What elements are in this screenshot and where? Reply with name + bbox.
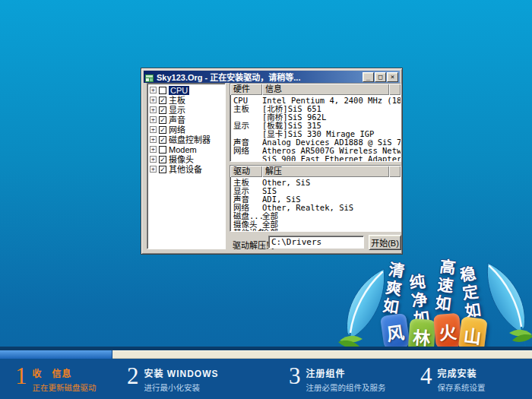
step-1: 1收 信息正在更新磁盘驱动	[15, 363, 97, 393]
step-3: 3注册组件注册必需的组件及服务	[289, 363, 386, 393]
driver-col-header[interactable]: 驱动	[230, 166, 262, 177]
step-subtitle: 正在更新磁盘驱动	[33, 382, 97, 393]
expand-icon[interactable]: +	[150, 136, 157, 143]
expand-icon[interactable]: +	[150, 126, 157, 133]
flag-火: 火	[433, 313, 462, 350]
step-number: 4	[420, 363, 432, 393]
driver-row: 声音ADI, SiS	[230, 195, 401, 204]
driver-value: SIS	[262, 187, 401, 195]
checkbox[interactable]	[159, 87, 166, 94]
checkbox[interactable]: ✓	[159, 156, 166, 163]
step-number: 1	[15, 363, 27, 393]
hardware-value: [板载]SiS 315	[262, 122, 401, 130]
tree-item[interactable]: +✓主板	[147, 95, 225, 105]
tree-item[interactable]: +CPU	[147, 85, 225, 95]
slogan-text: 稳定如	[454, 264, 484, 321]
tree-item-label: 摄像头	[169, 155, 194, 164]
expand-icon[interactable]: +	[150, 166, 157, 173]
driver-value: ADI, SiS	[262, 195, 401, 204]
tree-item[interactable]: +✓磁盘控制器	[147, 135, 225, 144]
dialog-titlebar[interactable]: Sky123.Org - 正在安装驱动，请稍等... _ □ ×	[144, 71, 400, 83]
hardware-row: [显卡]SiS 330 Mirage IGP	[230, 130, 401, 138]
step-number: 2	[127, 363, 139, 393]
driver-panel: 驱动 解压 主板Other, SiS显示SIS声音ADI, SiS网络Other…	[230, 165, 401, 232]
hardware-row: 声音Analog Devices AD1888 @ SiS 7012 Aud..…	[230, 138, 401, 147]
flag-风: 风	[380, 313, 410, 351]
checkbox[interactable]: ✓	[159, 106, 166, 114]
hardware-row: 显示[板载]SiS 315	[230, 122, 401, 130]
start-button[interactable]: 开始(B)	[369, 235, 401, 250]
hardware-panel: 硬件 信息 CPUIntel Pentium 4, 2400 MHz (18 x…	[230, 83, 401, 162]
hardware-rows: CPUIntel Pentium 4, 2400 MHz (18 x 133)主…	[230, 95, 401, 162]
step-subtitle: 注册必需的组件及服务	[306, 382, 386, 393]
tree-item-label: 声音	[169, 116, 185, 125]
device-tree[interactable]: +CPU+✓主板+✓显示+✓声音+✓网络+✓磁盘控制器+Modem+✓摄像头+✓…	[147, 83, 226, 249]
driver-label: 其他设备	[230, 229, 262, 232]
tree-item[interactable]: +✓网络	[147, 125, 225, 135]
hardware-value: Atheros AR5007G Wireless Network Ada...	[262, 147, 401, 155]
driver-value: Other, SiS	[262, 179, 401, 187]
checkbox[interactable]: ✓	[159, 166, 166, 173]
tree-item[interactable]: +✓显示	[147, 105, 225, 115]
tree-item-label: 其他设备	[169, 165, 202, 174]
close-button[interactable]: ×	[387, 72, 398, 82]
desktop: Sky123.Org - 正在安装驱动，请稍等... _ □ × +CPU+✓主…	[0, 0, 532, 399]
hardware-value: [南桥]SiS 962L	[262, 113, 401, 122]
step-subtitle: 进行最小化安装	[144, 382, 219, 393]
step-4: 4完成安装保存系统设置	[420, 363, 486, 393]
hardware-row: SiS 900 Fast Ethernet Adapter (PHY: ...	[230, 155, 401, 162]
tree-item[interactable]: +Modem	[147, 144, 225, 154]
expand-icon[interactable]: +	[150, 146, 157, 153]
driver-row: 其他设备全部	[230, 229, 401, 232]
step-number: 3	[289, 363, 301, 393]
info-col-header[interactable]: 信息	[262, 84, 389, 95]
step-subtitle: 保存系统设置	[438, 382, 486, 393]
hardware-row: [南桥]SiS 962L	[230, 113, 401, 122]
progress-track	[0, 350, 532, 359]
driver-row: 显示SIS	[230, 187, 401, 195]
checkbox[interactable]: ✓	[159, 136, 166, 144]
hardware-row: CPUIntel Pentium 4, 2400 MHz (18 x 133)	[230, 97, 401, 105]
expand-icon[interactable]: +	[150, 97, 157, 103]
hardware-row: 网络Atheros AR5007G Wireless Network Ada..…	[230, 147, 401, 155]
expand-icon[interactable]: +	[150, 106, 157, 113]
driver-value: Other, Realtek, SiS	[262, 204, 401, 212]
extract-col-header[interactable]: 解压	[262, 166, 389, 177]
checkbox[interactable]: ✓	[159, 126, 166, 134]
step-title: 安装 WINDOWS	[144, 366, 219, 379]
hardware-label	[230, 155, 262, 162]
driver-value: 全部	[262, 220, 401, 229]
checkbox[interactable]: ✓	[159, 97, 166, 104]
hardware-value: Analog Devices AD1888 @ SiS 7012 Aud...	[262, 138, 401, 147]
expand-icon[interactable]: +	[150, 116, 157, 123]
feather-icon	[476, 261, 532, 356]
driver-row: 主板Other, SiS	[230, 179, 401, 187]
step-bar: 1收 信息正在更新磁盘驱动2安装 WINDOWS进行最小化安装3注册组件注册必需…	[0, 359, 532, 399]
tree-item[interactable]: +✓声音	[147, 115, 225, 125]
expand-icon[interactable]: +	[150, 87, 157, 93]
extract-path-input[interactable]	[268, 236, 364, 249]
expand-icon[interactable]: +	[150, 156, 157, 163]
progress-fill	[0, 350, 112, 359]
tree-item-label: CPU	[169, 86, 189, 95]
spacer-col-header	[389, 166, 401, 177]
driver-install-dialog: Sky123.Org - 正在安装驱动，请稍等... _ □ × +CPU+✓主…	[141, 68, 403, 255]
hardware-label: 显示	[230, 122, 262, 130]
driver-value: 全部	[262, 229, 401, 232]
dialog-title: Sky123.Org - 正在安装驱动，请稍等...	[157, 71, 359, 83]
tree-item-label: 主板	[169, 96, 185, 105]
hardware-value: Intel Pentium 4, 2400 MHz (18 x 133)	[262, 97, 401, 105]
step-title: 完成安装	[438, 366, 486, 379]
maximize-button[interactable]: □	[375, 72, 386, 82]
driver-value: 全部	[262, 212, 401, 220]
checkbox[interactable]: ✓	[159, 116, 166, 124]
slogan-text: 清爽如	[377, 260, 408, 318]
hardware-col-header[interactable]: 硬件	[230, 84, 262, 95]
slogan-text: 纯净如	[404, 272, 433, 329]
checkbox[interactable]	[159, 146, 166, 154]
hardware-label: 主板	[230, 105, 262, 113]
step-2: 2安装 WINDOWS进行最小化安装	[127, 363, 219, 393]
tree-item[interactable]: +✓摄像头	[147, 154, 225, 164]
minimize-button[interactable]: _	[363, 72, 374, 82]
tree-item[interactable]: +✓其他设备	[147, 164, 225, 174]
